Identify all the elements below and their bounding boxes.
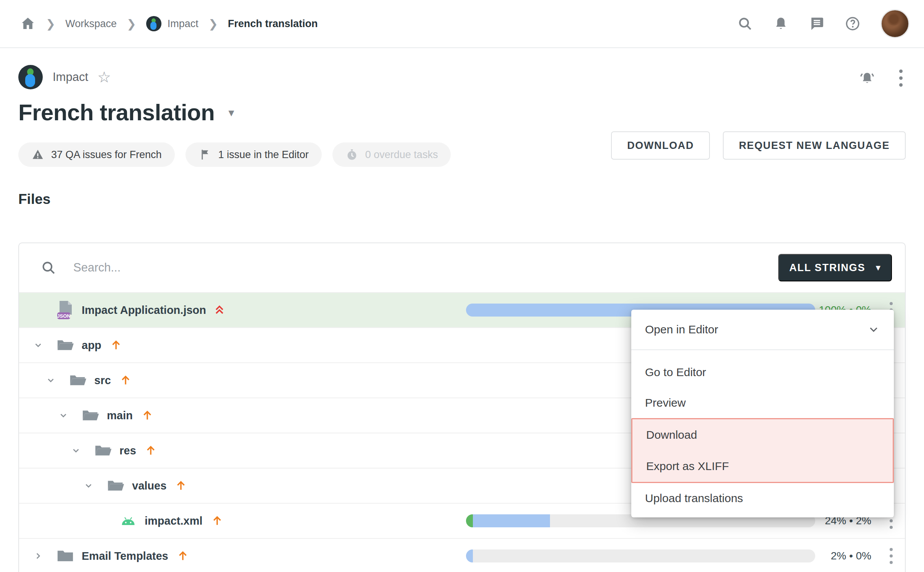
- folder-name: Email Templates: [82, 550, 168, 562]
- overdue-tasks-label: 0 overdue tasks: [365, 149, 438, 161]
- folder-name: app: [82, 339, 102, 352]
- folder-open-icon: [107, 478, 124, 493]
- menu-item-upload-translations[interactable]: Upload translations: [631, 483, 894, 514]
- menu-item-export-as-xliff[interactable]: Export as XLIFF: [632, 451, 893, 482]
- search-icon: [40, 260, 73, 276]
- project-header: Impact ☆ French translation ▾ 37 QA issu…: [0, 48, 924, 167]
- folder-name: main: [107, 409, 133, 422]
- chat-icon[interactable]: [809, 16, 825, 32]
- chevron-down-icon[interactable]: [33, 340, 44, 350]
- upload-arrow-icon[interactable]: [110, 339, 122, 351]
- folder-open-icon: [82, 408, 99, 423]
- progress-bar: [466, 549, 815, 562]
- chevron-down-icon[interactable]: [58, 410, 69, 420]
- menu-item-open-in-editor[interactable]: Open in Editor: [631, 310, 894, 349]
- folder-open-icon: [69, 373, 87, 388]
- upload-arrow-icon[interactable]: [141, 409, 153, 422]
- project-name: Impact: [53, 70, 88, 84]
- breadcrumb-project[interactable]: Impact: [146, 16, 198, 31]
- json-file-icon: JSON: [56, 300, 74, 320]
- download-button[interactable]: DOWNLOAD: [611, 131, 710, 160]
- request-new-language-button[interactable]: REQUEST NEW LANGUAGE: [723, 131, 906, 160]
- notification-bell-icon[interactable]: [859, 70, 876, 87]
- editor-issues-badge[interactable]: 1 issue in the Editor: [185, 142, 322, 167]
- project-kebab-menu-icon[interactable]: [899, 69, 903, 87]
- breadcrumb-separator-icon: ❯: [208, 17, 218, 31]
- stopwatch-icon: [345, 148, 358, 161]
- qa-issues-badge[interactable]: 37 QA issues for French: [18, 142, 175, 167]
- menu-item-preview[interactable]: Preview: [631, 388, 894, 418]
- progress-percent: 2% • 0%: [780, 550, 871, 562]
- chevron-down-icon[interactable]: [45, 375, 56, 385]
- breadcrumb-separator-icon: ❯: [46, 17, 55, 31]
- chevron-down-icon[interactable]: [71, 446, 81, 456]
- folder-name: values: [132, 480, 166, 492]
- star-icon[interactable]: ☆: [97, 69, 111, 85]
- folder-name: res: [119, 444, 136, 457]
- title-dropdown-caret-icon[interactable]: ▾: [228, 106, 234, 119]
- qa-issues-label: 37 QA issues for French: [51, 149, 162, 161]
- bell-icon[interactable]: [773, 16, 789, 32]
- folder-open-icon: [94, 443, 112, 458]
- file-name: Impact Application.json: [82, 304, 206, 317]
- chevron-down-icon: [867, 323, 880, 336]
- upload-arrow-icon[interactable]: [211, 515, 223, 527]
- folder-row-email-templates[interactable]: Email Templates 2% • 0%: [19, 538, 905, 572]
- file-name: impact.xml: [145, 515, 203, 527]
- android-icon: [119, 515, 137, 527]
- menu-item-go-to-editor[interactable]: Go to Editor: [631, 357, 894, 388]
- folder-open-icon: [56, 338, 74, 352]
- upload-arrow-icon[interactable]: [175, 480, 187, 492]
- top-navigation-bar: ❯ Workspace ❯ Impact ❯ French translatio…: [0, 0, 924, 48]
- editor-issues-label: 1 issue in the Editor: [218, 149, 309, 161]
- folder-closed-icon: [56, 549, 74, 563]
- menu-item-download[interactable]: Download: [632, 419, 893, 451]
- file-context-menu: Open in Editor Go to Editor Preview Down…: [631, 310, 894, 517]
- chevron-right-icon[interactable]: [33, 551, 44, 561]
- search-input[interactable]: [73, 260, 778, 275]
- breadcrumb-separator-icon: ❯: [127, 17, 136, 31]
- menu-highlighted-group: Download Export as XLIFF: [631, 418, 894, 483]
- strings-filter-button[interactable]: ALL STRINGS ▾: [778, 254, 892, 281]
- folder-name: src: [94, 374, 111, 387]
- project-logo-icon: [146, 16, 161, 31]
- svg-text:JSON: JSON: [57, 313, 70, 319]
- breadcrumb-current-page: French translation: [228, 18, 318, 30]
- home-icon[interactable]: [20, 16, 36, 32]
- flag-icon: [198, 148, 211, 161]
- warning-triangle-icon: [31, 148, 44, 161]
- search-icon[interactable]: [737, 16, 753, 32]
- high-priority-icon: [214, 305, 224, 315]
- files-search-row: ALL STRINGS ▾: [19, 243, 905, 292]
- user-avatar[interactable]: [880, 9, 909, 38]
- upload-arrow-icon[interactable]: [119, 374, 132, 386]
- project-logo-icon: [18, 65, 43, 89]
- files-section-heading: Files: [18, 191, 924, 207]
- page-title: French translation: [18, 99, 214, 126]
- help-icon[interactable]: [845, 16, 861, 32]
- overdue-tasks-badge[interactable]: 0 overdue tasks: [332, 142, 451, 167]
- upload-arrow-icon[interactable]: [177, 550, 189, 562]
- chevron-down-icon: ▾: [876, 263, 881, 273]
- chevron-down-icon[interactable]: [83, 481, 94, 491]
- upload-arrow-icon[interactable]: [145, 444, 157, 457]
- row-kebab-menu-icon[interactable]: [890, 548, 893, 564]
- breadcrumb-workspace[interactable]: Workspace: [65, 18, 117, 30]
